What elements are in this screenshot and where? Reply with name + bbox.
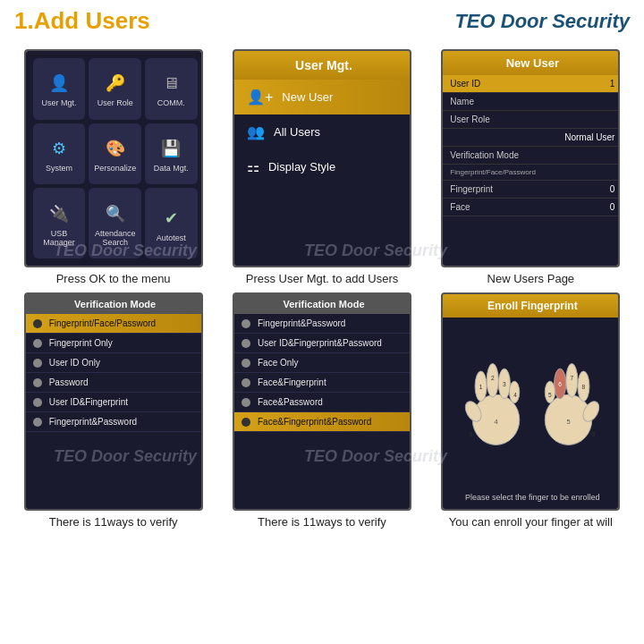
verifmode-label: Verification Mode [450,150,519,160]
cell-screen4: Verification Mode Fingerprint/Face/Passw… [9,289,217,532]
newuser-normaluser-row: Normal User [443,129,620,147]
newuser-userrole-row: User Role [443,111,620,129]
verif4-item-4[interactable]: Password [26,373,203,393]
displaystyle-item-label: Display Style [268,160,335,174]
cell-screen3: New User User ID 1 Name User Role Normal… [427,46,635,289]
verif4-dot-1 [33,319,42,328]
menu-icon-datamgt[interactable]: 💾 Data Mgt. [145,123,198,185]
usermgt-screen: User Mgt. 👤+ New User 👥 All Users ⚏ Disp… [234,51,411,266]
datamgt-label: Data Mgt. [154,164,189,173]
svg-text:5: 5 [548,392,552,398]
verif5-item-3[interactable]: Face Only [234,353,411,373]
title-number: 1. [14,7,34,34]
verif5-label-4: Face&Fingerprint [258,377,326,387]
screen1-frame: 👤 User Mgt. 🔑 User Role 🖥 COMM. ⚙ System… [24,49,203,267]
verif5-item-1[interactable]: Fingerprint&Password [234,314,411,334]
personalize-label: Personalize [94,164,136,173]
usermgt-label: User Mgt. [41,98,76,107]
allusers-icon: 👥 [247,123,265,140]
cell-screen6: Enroll Fingerprint [427,289,635,532]
usermgt-item-displaystyle[interactable]: ⚏ Display Style [234,149,411,184]
verif4-item-2[interactable]: Fingerprint Only [26,334,203,353]
screen5-title: Verification Mode [234,294,411,314]
svg-text:5: 5 [567,418,571,426]
page-header: 1.Add Users TEO Door Security [0,0,644,42]
displaystyle-icon: ⚏ [247,158,259,175]
menu-icon-usb[interactable]: 🔌 USB Manager [33,188,86,258]
verif4-dot-5 [33,398,42,407]
verif5-label-2: User ID&Fingerprint&Password [258,338,382,348]
menu-icon-autotest[interactable]: ✔ Autotest [145,188,198,258]
cell-screen5: Verification Mode Fingerprint&Password U… [217,289,426,532]
verif4-dot-6 [33,418,42,427]
verif5-label-5: Face&Password [258,397,323,407]
svg-text:1: 1 [479,384,483,390]
newuser-userid-row: User ID 1 [443,75,620,93]
autotest-icon: ✔ [155,205,187,232]
verif5-item-2[interactable]: User ID&Fingerprint&Password [234,334,411,353]
userid-value: 1 [610,79,615,89]
menu-icon-system[interactable]: ⚙ System [33,123,86,185]
screen4-title: Verification Mode [26,294,203,314]
verif4-item-6[interactable]: Fingerprint&Password [26,412,203,432]
newuser-item-label: New User [282,90,333,104]
enroll-title: Enroll Fingerprint [443,294,620,318]
brand-name: TEO Door Security [454,10,630,33]
facepass-value: Fingerprint/Face/Password [450,168,536,176]
newuser-fingerprint-row: Fingerprint 0 [443,181,620,199]
verif5-label-6: Face&Fingerprint&Password [258,417,371,427]
title-text: Add Users [34,7,150,34]
menu-icon-personalize[interactable]: 🎨 Personalize [89,123,141,185]
verif5-item-4[interactable]: Face&Fingerprint [234,373,411,393]
verif4-item-3[interactable]: User ID Only [26,353,203,373]
cell-screen2: User Mgt. 👤+ New User 👥 All Users ⚏ Disp… [217,46,426,289]
usermgt-item-allusers[interactable]: 👥 All Users [234,114,411,149]
screen6-caption: You can enroll your finger at will [449,515,613,529]
verif4-label-5: User ID&Fingerprint [49,397,128,407]
verif4-dot-2 [33,339,42,348]
verif4-item-1[interactable]: Fingerprint/Face/Password [26,314,203,334]
menu-icon-usermgt[interactable]: 👤 User Mgt. [33,58,86,120]
screen4-verif: Verification Mode Fingerprint/Face/Passw… [26,294,203,509]
newuser-facepass-row: Fingerprint/Face/Password [443,165,620,181]
usermgt-title: User Mgt. [234,51,411,80]
newuser-screen: New User User ID 1 Name User Role Normal… [443,51,620,266]
right-hand-svg: 9 8 7 6 5 5 [535,357,602,449]
usermgt-icon: 👤 [43,70,75,97]
svg-text:3: 3 [503,381,506,387]
system-label: System [46,164,72,173]
comm-label: COMM. [157,98,185,107]
screen2-caption: Press User Mgt. to add Users [246,272,399,285]
verif4-dot-3 [33,359,42,368]
usermgt-item-newuser[interactable]: 👤+ New User [234,80,411,114]
verif5-dot-1 [242,319,250,328]
screen1-caption: Press OK to the menu [56,272,171,285]
svg-text:6: 6 [559,381,563,387]
face-value: 0 [610,202,615,212]
left-hand-svg: 0 1 2 3 4 4 [462,357,530,449]
name-label: Name [450,97,474,106]
screen4-caption: There is 11ways to verify [49,515,178,529]
verif4-label-1: Fingerprint/Face/Password [49,318,157,328]
cell-screen1: 👤 User Mgt. 🔑 User Role 🖥 COMM. ⚙ System… [9,46,217,289]
screen5-verif: Verification Mode Fingerprint&Password U… [234,294,411,509]
attendance-icon: 🔍 [99,200,131,227]
verif4-label-4: Password [49,377,89,387]
fingerprint-label: Fingerprint [450,184,493,194]
newuser-name-row: Name [443,93,620,111]
personalize-icon: 🎨 [99,135,131,162]
verif5-item-5[interactable]: Face&Password [234,393,411,412]
menu-icon-attendance[interactable]: 🔍 Attendance Search [89,188,141,258]
verif4-item-5[interactable]: User ID&Fingerprint [26,393,203,412]
face-label: Face [450,202,470,212]
userrole-form-label: User Role [450,114,489,124]
autotest-label: Autotest [157,233,186,242]
verif5-item-6[interactable]: Face&Fingerprint&Password [234,412,411,432]
verif5-label-1: Fingerprint&Password [258,318,345,328]
verif5-dot-2 [242,339,250,348]
svg-text:4: 4 [495,418,498,426]
svg-text:4: 4 [514,392,518,398]
menu-icon-comm[interactable]: 🖥 COMM. [145,58,198,120]
verif5-dot-6 [242,418,250,427]
menu-icon-userrole[interactable]: 🔑 User Role [89,58,141,120]
